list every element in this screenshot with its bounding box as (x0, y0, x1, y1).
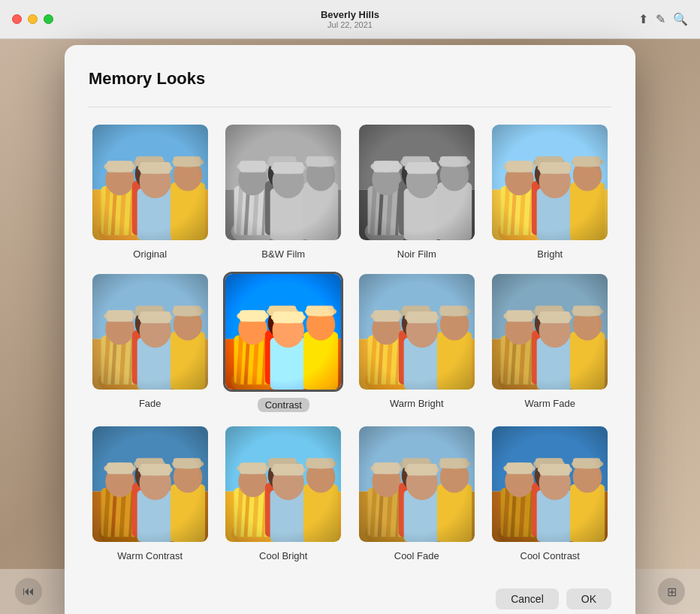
svg-rect-71 (359, 125, 475, 240)
cancel-button[interactable]: Cancel (496, 588, 559, 609)
look-label-cool-fade: Cool Fade (394, 550, 439, 561)
look-label-original: Original (133, 248, 167, 260)
close-button[interactable] (12, 14, 22, 24)
look-thumbnail-original (90, 122, 210, 242)
look-item-original[interactable]: Original (89, 122, 212, 260)
look-item-bw-film[interactable]: B&W Film (222, 122, 345, 260)
back-button[interactable]: ⏮ (15, 578, 42, 605)
edit-icon[interactable]: ✎ (656, 12, 665, 26)
traffic-lights (12, 14, 53, 24)
look-label-bright: Bright (537, 248, 563, 260)
look-thumbnail-bw-film (223, 122, 343, 242)
look-label-fade: Fade (139, 398, 161, 409)
look-item-bright[interactable]: Bright (489, 122, 612, 260)
svg-rect-23 (92, 125, 208, 240)
svg-rect-119 (92, 274, 208, 390)
look-thumbnail-warm-bright (357, 272, 477, 392)
svg-rect-239 (225, 426, 341, 542)
dialog-title: Memory Looks (89, 69, 611, 89)
ok-button[interactable]: OK (566, 588, 611, 609)
look-label-bw-film: B&W Film (261, 248, 305, 260)
svg-rect-287 (492, 426, 608, 542)
window-title: Beverly Hills (321, 9, 379, 20)
minimize-button[interactable] (28, 14, 38, 24)
svg-rect-143 (225, 274, 341, 390)
search-icon[interactable]: 🔍 (673, 12, 688, 26)
look-label-warm-bright: Warm Bright (390, 398, 444, 409)
look-item-noir-film[interactable]: Noir Film (355, 122, 478, 260)
look-thumbnail-cool-fade (357, 424, 477, 544)
look-item-warm-contrast[interactable]: Warm Contrast (89, 424, 212, 561)
look-label-cool-bright: Cool Bright (259, 550, 307, 561)
svg-rect-263 (359, 426, 475, 542)
dialog-footer: Cancel OK (89, 582, 611, 609)
look-thumbnail-cool-bright (223, 424, 343, 544)
look-item-cool-fade[interactable]: Cool Fade (355, 424, 478, 561)
look-label-noir-film: Noir Film (397, 248, 436, 260)
look-item-warm-fade[interactable]: Warm Fade (489, 272, 612, 412)
svg-rect-47 (225, 125, 341, 240)
look-thumbnail-noir-film (357, 122, 477, 242)
svg-rect-167 (359, 274, 475, 390)
look-item-warm-bright[interactable]: Warm Bright (355, 272, 478, 412)
look-thumbnail-bright (490, 122, 610, 242)
look-thumbnail-warm-fade (490, 272, 610, 392)
window-subtitle: Jul 22, 2021 (321, 20, 379, 29)
looks-grid: Original (89, 122, 611, 561)
look-label-contrast: Contrast (258, 398, 309, 412)
look-thumbnail-fade (90, 272, 210, 392)
titlebar-controls: ⬆ ✎ 🔍 (638, 12, 688, 26)
look-item-fade[interactable]: Fade (89, 272, 212, 412)
grid-button[interactable]: ⊞ (658, 578, 685, 605)
look-label-warm-contrast: Warm Contrast (117, 550, 183, 561)
look-label-cool-contrast: Cool Contrast (520, 550, 580, 561)
look-thumbnail-warm-contrast (90, 424, 210, 544)
memory-looks-dialog: Memory Looks (65, 45, 635, 614)
look-label-warm-fade: Warm Fade (525, 398, 575, 409)
share-icon[interactable]: ⬆ (638, 12, 648, 26)
titlebar-center: Beverly Hills Jul 22, 2021 (321, 9, 379, 29)
maximize-button[interactable] (44, 14, 53, 24)
look-item-cool-contrast[interactable]: Cool Contrast (489, 424, 612, 561)
look-item-contrast[interactable]: Contrast (222, 272, 345, 412)
svg-rect-191 (492, 274, 608, 390)
look-item-cool-bright[interactable]: Cool Bright (222, 424, 345, 561)
svg-rect-95 (492, 125, 608, 240)
svg-rect-215 (92, 426, 208, 542)
look-thumbnail-cool-contrast (490, 424, 610, 544)
divider (89, 107, 611, 107)
titlebar: Beverly Hills Jul 22, 2021 ⬆ ✎ 🔍 (0, 0, 700, 39)
look-thumbnail-contrast (223, 272, 343, 392)
